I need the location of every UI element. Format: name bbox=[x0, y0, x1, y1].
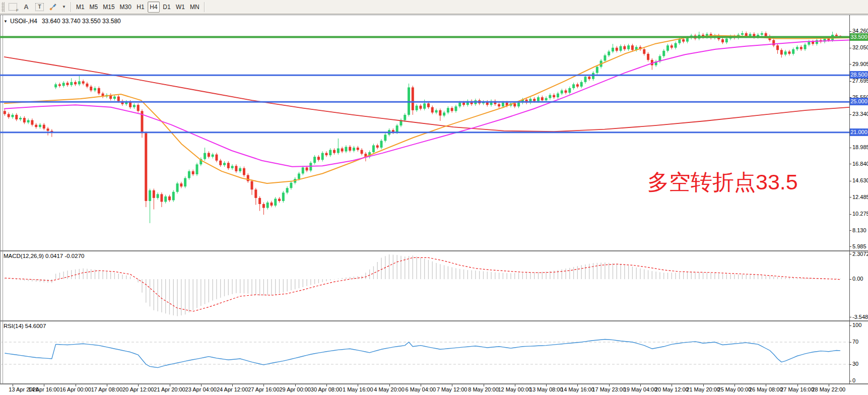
drawing-objects-dropdown[interactable]: ▼ bbox=[60, 2, 68, 13]
price-badge-25.000: 25.000 bbox=[850, 98, 868, 105]
rsi-canvas[interactable] bbox=[0, 321, 849, 383]
collapse-icon: ▼ bbox=[4, 19, 8, 24]
panel-divider[interactable] bbox=[0, 320, 868, 321]
price-tick bbox=[849, 214, 851, 215]
price-axis-label: 23.340 bbox=[852, 111, 868, 117]
toolbar-grip[interactable] bbox=[2, 2, 5, 12]
text-label-icon: T bbox=[35, 3, 44, 11]
macd-signal-line bbox=[5, 257, 840, 311]
price-axis-label: 10.275 bbox=[852, 211, 868, 217]
macd-canvas[interactable] bbox=[0, 251, 849, 320]
macd-svg bbox=[0, 251, 849, 320]
toolbar-object-tools: F A T ▼ bbox=[6, 0, 69, 14]
price-tick bbox=[849, 164, 851, 164]
chart-autoscroll-button[interactable]: F bbox=[7, 2, 19, 13]
price-tick bbox=[849, 197, 851, 198]
insert-label-button[interactable]: T bbox=[33, 2, 46, 13]
chart-autoscroll-icon: F bbox=[9, 3, 17, 11]
price-tick bbox=[849, 81, 851, 82]
main-chart-canvas[interactable] bbox=[0, 16, 849, 250]
timeframe-button-mn[interactable]: MN bbox=[188, 2, 202, 13]
price-tick bbox=[849, 246, 851, 247]
macd-axis-label: 0.00 bbox=[852, 276, 863, 282]
rsi-tick bbox=[849, 381, 851, 381]
price-axis-label: 32.050 bbox=[852, 44, 868, 50]
toolbar-separator bbox=[71, 2, 72, 12]
rsi-axis-label: 70 bbox=[852, 339, 858, 345]
timeframe-button-m1[interactable]: M1 bbox=[74, 2, 87, 13]
date-axis-label: 28 May 22:00 bbox=[806, 386, 852, 392]
panel-divider[interactable] bbox=[0, 250, 868, 251]
macd-axis-label: 2.3072 bbox=[852, 251, 868, 257]
price-axis-label: 29.905 bbox=[852, 61, 868, 67]
date-axis[interactable]: 13 Apr 202014 Apr 16:0016 Apr 00:0017 Ap… bbox=[0, 384, 868, 395]
price-badge-21.000: 21.000 bbox=[850, 128, 868, 136]
price-badge-33.500: 33.500 bbox=[850, 33, 868, 41]
chart-symbol-period: USOil-,H4 bbox=[10, 18, 37, 25]
price-axis-label: 5.985 bbox=[852, 243, 866, 249]
chart-window: ▼ USOil-,H4 33.640 33.740 33.550 33.580 … bbox=[0, 15, 868, 395]
timeframe-button-d1[interactable]: D1 bbox=[161, 2, 173, 13]
rsi-axis-label: 30 bbox=[852, 361, 858, 367]
mt4-terminal: { "toolbar": { "icon_buttons": [ {"name"… bbox=[0, 0, 868, 395]
timeframe-button-h1[interactable]: H1 bbox=[135, 2, 147, 13]
main-chart-svg bbox=[0, 16, 849, 250]
rsi-tick bbox=[849, 342, 851, 343]
text-annotation-icon: A bbox=[24, 3, 28, 11]
toolbar-separator bbox=[204, 2, 205, 12]
macd-tick bbox=[849, 279, 851, 280]
rsi-axis-label: 0 bbox=[852, 377, 855, 383]
price-axis-label: 12.485 bbox=[852, 194, 868, 200]
price-axis[interactable]: 34.26032.05029.90527.69525.55023.34018.9… bbox=[849, 15, 868, 384]
macd-indicator-label: MACD(12,26,9) 0.0417 -0.0270 bbox=[4, 253, 84, 259]
rsi-axis-label: 100 bbox=[852, 322, 861, 328]
rsi-svg bbox=[0, 321, 849, 383]
drawing-objects-button[interactable] bbox=[47, 2, 59, 13]
candles-group bbox=[4, 31, 842, 223]
rsi-line bbox=[5, 340, 840, 368]
price-tick bbox=[849, 64, 851, 64]
price-axis-label: 18.985 bbox=[852, 144, 868, 150]
timeframe-button-w1[interactable]: W1 bbox=[174, 2, 187, 13]
annotation-text[interactable]: 多空转折点33.5 bbox=[647, 170, 798, 194]
chart-ohlc-readout: 33.640 33.740 33.550 33.580 bbox=[42, 18, 121, 25]
chevron-down-icon: ▼ bbox=[62, 5, 66, 9]
price-tick bbox=[849, 181, 851, 181]
price-tick bbox=[849, 31, 851, 32]
rsi-tick bbox=[849, 364, 851, 365]
timeframe-button-m30[interactable]: M30 bbox=[118, 2, 133, 13]
macd-axis-label: -3.5484 bbox=[852, 314, 868, 320]
price-tick bbox=[849, 48, 851, 48]
timeframe-button-m15[interactable]: M15 bbox=[101, 2, 116, 13]
price-axis-label: 8.130 bbox=[852, 227, 866, 233]
insert-text-button[interactable]: A bbox=[20, 2, 32, 13]
rsi-indicator-label: RSI(14) 54.6007 bbox=[4, 323, 46, 329]
chart-title[interactable]: ▼ USOil-,H4 33.640 33.740 33.550 33.580 bbox=[4, 18, 121, 25]
price-tick bbox=[849, 230, 851, 231]
price-tick bbox=[849, 114, 851, 115]
timeframe-button-h4[interactable]: H4 bbox=[148, 2, 160, 13]
timeframe-button-m5[interactable]: M5 bbox=[88, 2, 100, 13]
ma-orange-line[interactable] bbox=[4, 36, 849, 184]
macd-tick bbox=[849, 317, 851, 317]
price-badge-28.500: 28.500 bbox=[850, 71, 868, 79]
rsi-tick bbox=[849, 325, 851, 326]
price-tick bbox=[849, 148, 851, 148]
timeframe-group: M1M5M15M30H1H4D1W1MN bbox=[74, 0, 202, 14]
toolbar: F A T ▼ M1M5M15M30H1H4D1W1MN bbox=[0, 0, 868, 14]
price-axis-label: 14.630 bbox=[852, 177, 868, 183]
price-axis-label: 16.840 bbox=[852, 161, 868, 167]
drawing-objects-icon bbox=[49, 3, 57, 11]
macd-histogram bbox=[5, 254, 840, 316]
macd-tick bbox=[849, 254, 851, 254]
ma-red-line[interactable] bbox=[4, 57, 849, 131]
